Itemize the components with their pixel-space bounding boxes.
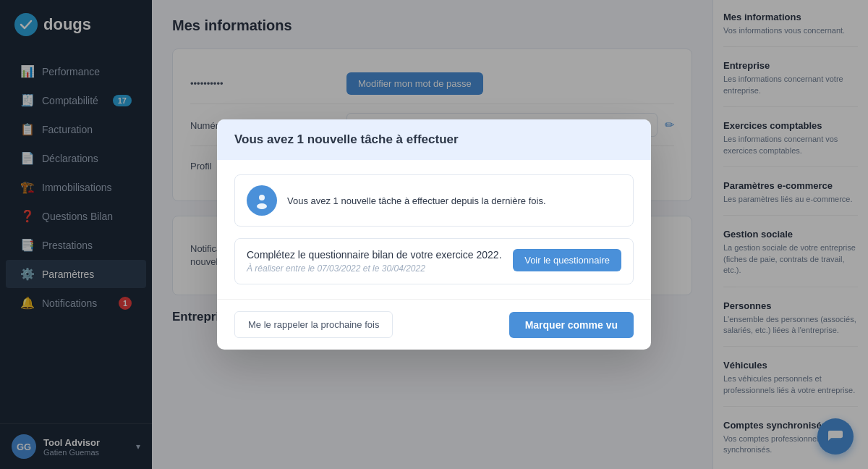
modal-title: Vous avez 1 nouvelle tâche à effectuer (234, 132, 634, 147)
task-info: Complétez le questionnaire bilan de votr… (247, 249, 504, 274)
voir-questionnaire-button[interactable]: Voir le questionnaire (513, 249, 621, 271)
task-date: À réaliser entre le 07/03/2022 et le 30/… (247, 263, 504, 274)
modal-task: Complétez le questionnaire bilan de votr… (234, 238, 634, 284)
svg-point-0 (259, 195, 265, 200)
avatar (247, 185, 277, 216)
modal-message: Vous avez 1 nouvelle tâche à effectuer d… (234, 174, 634, 227)
mark-as-seen-button[interactable]: Marquer comme vu (509, 312, 634, 338)
task-title: Complétez le questionnaire bilan de votr… (247, 249, 504, 261)
remind-later-button[interactable]: Me le rappeler la prochaine fois (234, 311, 393, 338)
modal-header: Vous avez 1 nouvelle tâche à effectuer (217, 119, 651, 160)
svg-point-1 (257, 203, 267, 209)
modal-footer: Me le rappeler la prochaine fois Marquer… (217, 299, 651, 350)
modal-overlay[interactable]: Vous avez 1 nouvelle tâche à effectuer V… (0, 0, 868, 469)
modal-body: Vous avez 1 nouvelle tâche à effectuer d… (217, 160, 651, 299)
task-modal: Vous avez 1 nouvelle tâche à effectuer V… (217, 119, 651, 350)
modal-message-text: Vous avez 1 nouvelle tâche à effectuer d… (287, 195, 546, 206)
